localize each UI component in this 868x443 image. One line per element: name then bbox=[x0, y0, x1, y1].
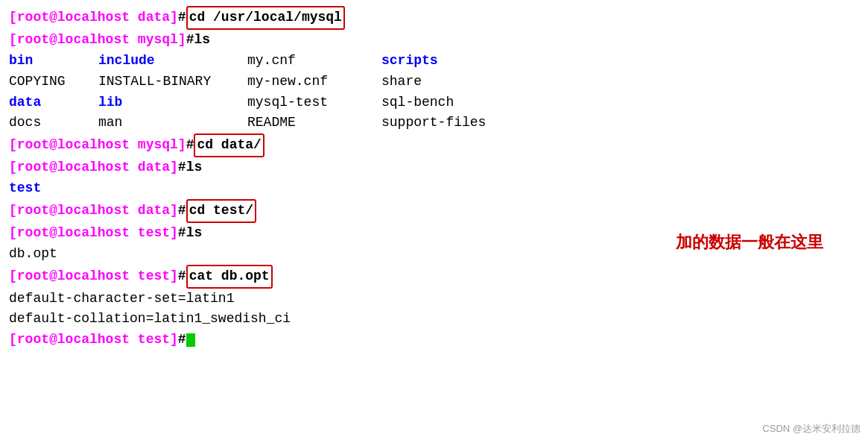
hash-2: # bbox=[186, 32, 194, 47]
csdn-watermark: CSDN @达米安利拉德 bbox=[762, 422, 861, 436]
cmd-cd-data: cd data/ bbox=[194, 133, 264, 157]
cmd-ls-mysql: ls bbox=[194, 32, 210, 47]
ls-output-row3: data lib mysql-test sql-bench bbox=[9, 92, 859, 113]
prompt-1: [root@localhost data] bbox=[9, 10, 178, 25]
hash-5: # bbox=[178, 203, 186, 218]
ls-copying: COPYING bbox=[9, 72, 98, 92]
prompt-6: [root@localhost test] bbox=[9, 225, 178, 240]
ls-my-new-cnf: my-new.cnf bbox=[247, 72, 381, 92]
hash-4: # bbox=[178, 160, 186, 175]
line-ls-data: [root@localhost data]#ls bbox=[9, 157, 859, 178]
charset-value: default-character-set=latin1 bbox=[9, 291, 234, 306]
terminal-window: [root@localhost data]#cd /usr/local/mysq… bbox=[0, 0, 868, 443]
hash-7: # bbox=[178, 268, 186, 283]
ls-docs: docs bbox=[9, 113, 98, 133]
file-db-opt: db.opt bbox=[9, 246, 57, 261]
ls-support-files: support-files bbox=[381, 113, 530, 133]
annotation-text: 加的数据一般在这里 bbox=[676, 231, 823, 254]
prompt-7: [root@localhost test] bbox=[9, 268, 178, 283]
prompt-5: [root@localhost data] bbox=[9, 203, 178, 218]
hash-3: # bbox=[186, 137, 194, 152]
ls-sql-bench: sql-bench bbox=[381, 92, 530, 113]
ls-mycnf: my.cnf bbox=[247, 51, 381, 72]
cmd-ls-data: ls bbox=[186, 160, 203, 175]
cmd-ls-test: ls bbox=[186, 225, 203, 240]
ls-man: man bbox=[98, 113, 247, 133]
cmd-cat-db-opt: cat db.opt bbox=[186, 265, 273, 289]
line-cd-data: [root@localhost mysql]#cd data/ bbox=[9, 133, 859, 157]
hash-8: # bbox=[178, 332, 186, 347]
ls-readme: README bbox=[247, 113, 381, 133]
prompt-2: [root@localhost mysql] bbox=[9, 32, 186, 47]
hash-6: # bbox=[178, 225, 186, 240]
line-charset: default-character-set=latin1 bbox=[9, 289, 859, 310]
ls-include: include bbox=[98, 51, 247, 72]
prompt-8: [root@localhost test] bbox=[9, 332, 178, 347]
line-cd-usr-local-mysql: [root@localhost data]#cd /usr/local/mysq… bbox=[9, 6, 859, 30]
line-cat-db-opt: [root@localhost test]#cat db.opt bbox=[9, 265, 859, 289]
cmd-cd-usr-local-mysql: cd /usr/local/mysql bbox=[186, 6, 345, 30]
hash-1: # bbox=[178, 10, 186, 25]
ls-output-row4: docs man README support-files bbox=[9, 113, 859, 133]
ls-mysql-test: mysql-test bbox=[247, 92, 381, 113]
prompt-3: [root@localhost mysql] bbox=[9, 137, 186, 152]
ls-lib: lib bbox=[98, 92, 247, 113]
dir-test: test bbox=[9, 180, 41, 195]
ls-output-row2: COPYING INSTALL-BINARY my-new.cnf share bbox=[9, 72, 859, 92]
collation-value: default-collation=latin1_swedish_ci bbox=[9, 311, 291, 326]
prompt-4: [root@localhost data] bbox=[9, 160, 178, 175]
ls-share: share bbox=[381, 72, 530, 92]
line-cd-test: [root@localhost data]#cd test/ bbox=[9, 199, 859, 223]
line-last-prompt: [root@localhost test]# bbox=[9, 330, 859, 351]
ls-scripts: scripts bbox=[381, 51, 530, 72]
cmd-cd-test: cd test/ bbox=[186, 199, 256, 223]
line-collation: default-collation=latin1_swedish_ci bbox=[9, 309, 859, 330]
ls-data: data bbox=[9, 92, 98, 113]
ls-output-row1: bin include my.cnf scripts bbox=[9, 51, 859, 72]
ls-bin: bin bbox=[9, 51, 98, 72]
line-ls-mysql: [root@localhost mysql]#ls bbox=[9, 30, 859, 51]
line-test-dir: test bbox=[9, 178, 859, 199]
cursor bbox=[186, 333, 195, 347]
ls-install-binary: INSTALL-BINARY bbox=[98, 72, 247, 92]
